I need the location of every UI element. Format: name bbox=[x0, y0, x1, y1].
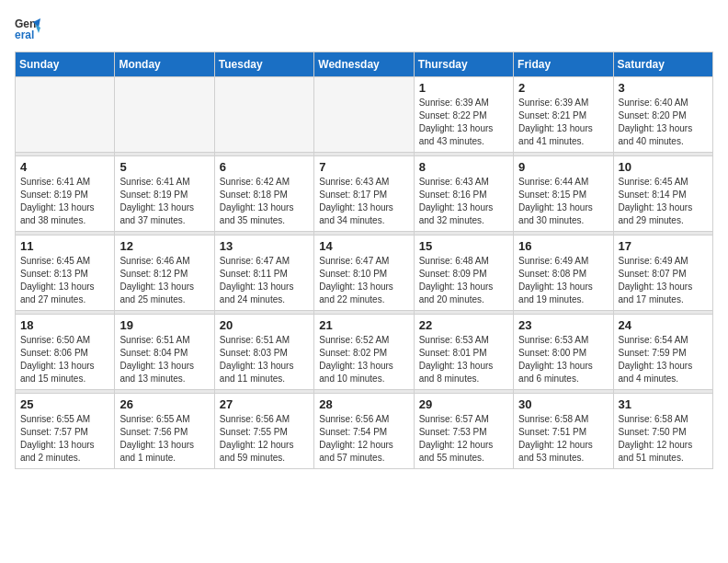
day-info: Sunrise: 6:41 AM Sunset: 8:19 PM Dayligh… bbox=[119, 176, 209, 227]
day-info: Sunrise: 6:51 AM Sunset: 8:04 PM Dayligh… bbox=[119, 334, 209, 385]
weekday-header-row: SundayMondayTuesdayWednesdayThursdayFrid… bbox=[16, 52, 713, 77]
day-cell: 19Sunrise: 6:51 AM Sunset: 8:04 PM Dayli… bbox=[115, 315, 214, 390]
day-cell bbox=[115, 77, 214, 153]
day-cell: 6Sunrise: 6:42 AM Sunset: 8:18 PM Daylig… bbox=[214, 156, 313, 232]
day-cell: 5Sunrise: 6:41 AM Sunset: 8:19 PM Daylig… bbox=[115, 156, 214, 232]
day-cell: 21Sunrise: 6:52 AM Sunset: 8:02 PM Dayli… bbox=[314, 315, 414, 390]
week-row-1: 1Sunrise: 6:39 AM Sunset: 8:22 PM Daylig… bbox=[16, 77, 713, 153]
day-info: Sunrise: 6:45 AM Sunset: 8:13 PM Dayligh… bbox=[20, 255, 109, 306]
day-number: 12 bbox=[119, 239, 209, 253]
day-cell: 3Sunrise: 6:40 AM Sunset: 8:20 PM Daylig… bbox=[613, 77, 712, 153]
day-cell: 29Sunrise: 6:57 AM Sunset: 7:53 PM Dayli… bbox=[414, 394, 513, 469]
day-info: Sunrise: 6:58 AM Sunset: 7:50 PM Dayligh… bbox=[619, 413, 708, 465]
day-info: Sunrise: 6:46 AM Sunset: 8:12 PM Dayligh… bbox=[119, 255, 209, 306]
day-cell: 18Sunrise: 6:50 AM Sunset: 8:06 PM Dayli… bbox=[16, 315, 115, 390]
day-cell: 22Sunrise: 6:53 AM Sunset: 8:01 PM Dayli… bbox=[414, 315, 513, 390]
day-number: 20 bbox=[220, 318, 309, 332]
day-info: Sunrise: 6:51 AM Sunset: 8:03 PM Dayligh… bbox=[220, 334, 309, 385]
day-info: Sunrise: 6:49 AM Sunset: 8:07 PM Dayligh… bbox=[619, 255, 708, 306]
day-cell: 7Sunrise: 6:43 AM Sunset: 8:17 PM Daylig… bbox=[314, 156, 414, 232]
day-info: Sunrise: 6:41 AM Sunset: 8:19 PM Dayligh… bbox=[20, 176, 109, 227]
day-number: 23 bbox=[518, 318, 608, 332]
day-number: 18 bbox=[20, 318, 109, 332]
day-number: 25 bbox=[20, 397, 109, 411]
day-info: Sunrise: 6:39 AM Sunset: 8:21 PM Dayligh… bbox=[518, 97, 608, 148]
day-cell: 14Sunrise: 6:47 AM Sunset: 8:10 PM Dayli… bbox=[314, 236, 414, 311]
day-cell: 4Sunrise: 6:41 AM Sunset: 8:19 PM Daylig… bbox=[16, 156, 115, 232]
day-cell: 24Sunrise: 6:54 AM Sunset: 7:59 PM Dayli… bbox=[613, 315, 712, 390]
day-cell: 12Sunrise: 6:46 AM Sunset: 8:12 PM Dayli… bbox=[115, 236, 214, 311]
day-cell: 9Sunrise: 6:44 AM Sunset: 8:15 PM Daylig… bbox=[514, 156, 613, 232]
day-number: 11 bbox=[20, 239, 109, 253]
weekday-header-monday: Monday bbox=[115, 52, 214, 77]
week-row-4: 18Sunrise: 6:50 AM Sunset: 8:06 PM Dayli… bbox=[16, 315, 713, 390]
day-cell: 27Sunrise: 6:56 AM Sunset: 7:55 PM Dayli… bbox=[214, 394, 313, 469]
day-cell: 10Sunrise: 6:45 AM Sunset: 8:14 PM Dayli… bbox=[613, 156, 712, 232]
day-info: Sunrise: 6:53 AM Sunset: 8:00 PM Dayligh… bbox=[518, 334, 608, 385]
day-cell: 30Sunrise: 6:58 AM Sunset: 7:51 PM Dayli… bbox=[514, 394, 613, 469]
day-cell: 23Sunrise: 6:53 AM Sunset: 8:00 PM Dayli… bbox=[514, 315, 613, 390]
day-cell: 2Sunrise: 6:39 AM Sunset: 8:21 PM Daylig… bbox=[514, 77, 613, 153]
day-number: 6 bbox=[220, 160, 309, 174]
day-info: Sunrise: 6:54 AM Sunset: 7:59 PM Dayligh… bbox=[619, 334, 708, 385]
weekday-header-wednesday: Wednesday bbox=[314, 52, 414, 77]
day-info: Sunrise: 6:57 AM Sunset: 7:53 PM Dayligh… bbox=[419, 413, 508, 465]
day-number: 1 bbox=[419, 81, 508, 95]
day-number: 4 bbox=[20, 160, 109, 174]
day-cell bbox=[314, 77, 414, 153]
day-cell: 17Sunrise: 6:49 AM Sunset: 8:07 PM Dayli… bbox=[613, 236, 712, 311]
day-cell: 26Sunrise: 6:55 AM Sunset: 7:56 PM Dayli… bbox=[115, 394, 214, 469]
day-number: 30 bbox=[518, 397, 608, 411]
day-cell: 20Sunrise: 6:51 AM Sunset: 8:03 PM Dayli… bbox=[214, 315, 313, 390]
weekday-header-friday: Friday bbox=[514, 52, 613, 77]
day-info: Sunrise: 6:49 AM Sunset: 8:08 PM Dayligh… bbox=[518, 255, 608, 306]
day-info: Sunrise: 6:40 AM Sunset: 8:20 PM Dayligh… bbox=[619, 97, 708, 148]
day-number: 21 bbox=[319, 318, 408, 332]
logo: Gen eral bbox=[15, 15, 44, 40]
day-cell: 16Sunrise: 6:49 AM Sunset: 8:08 PM Dayli… bbox=[514, 236, 613, 311]
day-info: Sunrise: 6:43 AM Sunset: 8:17 PM Dayligh… bbox=[319, 176, 408, 227]
week-row-5: 25Sunrise: 6:55 AM Sunset: 7:57 PM Dayli… bbox=[16, 394, 713, 469]
day-number: 2 bbox=[518, 81, 608, 95]
day-info: Sunrise: 6:50 AM Sunset: 8:06 PM Dayligh… bbox=[20, 334, 109, 385]
day-number: 14 bbox=[319, 239, 408, 253]
day-info: Sunrise: 6:48 AM Sunset: 8:09 PM Dayligh… bbox=[419, 255, 508, 306]
day-number: 8 bbox=[419, 160, 508, 174]
day-number: 15 bbox=[419, 239, 508, 253]
day-info: Sunrise: 6:47 AM Sunset: 8:11 PM Dayligh… bbox=[220, 255, 309, 306]
day-cell: 11Sunrise: 6:45 AM Sunset: 8:13 PM Dayli… bbox=[16, 236, 115, 311]
day-number: 27 bbox=[220, 397, 309, 411]
day-number: 9 bbox=[518, 160, 608, 174]
day-info: Sunrise: 6:55 AM Sunset: 7:56 PM Dayligh… bbox=[119, 413, 209, 465]
week-row-2: 4Sunrise: 6:41 AM Sunset: 8:19 PM Daylig… bbox=[16, 156, 713, 232]
weekday-header-sunday: Sunday bbox=[16, 52, 115, 77]
day-number: 7 bbox=[319, 160, 408, 174]
header: Gen eral bbox=[15, 15, 713, 40]
day-cell: 1Sunrise: 6:39 AM Sunset: 8:22 PM Daylig… bbox=[414, 77, 513, 153]
day-number: 26 bbox=[119, 397, 209, 411]
day-cell bbox=[214, 77, 313, 153]
day-cell: 25Sunrise: 6:55 AM Sunset: 7:57 PM Dayli… bbox=[16, 394, 115, 469]
logo-icon: Gen eral bbox=[15, 15, 40, 40]
day-number: 22 bbox=[419, 318, 508, 332]
day-number: 19 bbox=[119, 318, 209, 332]
day-info: Sunrise: 6:58 AM Sunset: 7:51 PM Dayligh… bbox=[518, 413, 608, 465]
day-cell: 13Sunrise: 6:47 AM Sunset: 8:11 PM Dayli… bbox=[214, 236, 313, 311]
day-cell: 8Sunrise: 6:43 AM Sunset: 8:16 PM Daylig… bbox=[414, 156, 513, 232]
day-info: Sunrise: 6:42 AM Sunset: 8:18 PM Dayligh… bbox=[220, 176, 309, 227]
day-info: Sunrise: 6:53 AM Sunset: 8:01 PM Dayligh… bbox=[419, 334, 508, 385]
week-row-3: 11Sunrise: 6:45 AM Sunset: 8:13 PM Dayli… bbox=[16, 236, 713, 311]
day-number: 16 bbox=[518, 239, 608, 253]
day-info: Sunrise: 6:52 AM Sunset: 8:02 PM Dayligh… bbox=[319, 334, 408, 385]
day-info: Sunrise: 6:55 AM Sunset: 7:57 PM Dayligh… bbox=[20, 413, 109, 465]
day-cell: 15Sunrise: 6:48 AM Sunset: 8:09 PM Dayli… bbox=[414, 236, 513, 311]
weekday-header-thursday: Thursday bbox=[414, 52, 513, 77]
calendar: SundayMondayTuesdayWednesdayThursdayFrid… bbox=[15, 52, 713, 469]
weekday-header-tuesday: Tuesday bbox=[214, 52, 313, 77]
day-number: 5 bbox=[119, 160, 209, 174]
day-info: Sunrise: 6:47 AM Sunset: 8:10 PM Dayligh… bbox=[319, 255, 408, 306]
day-info: Sunrise: 6:56 AM Sunset: 7:55 PM Dayligh… bbox=[220, 413, 309, 465]
day-info: Sunrise: 6:56 AM Sunset: 7:54 PM Dayligh… bbox=[319, 413, 408, 465]
weekday-header-saturday: Saturday bbox=[613, 52, 712, 77]
day-number: 10 bbox=[619, 160, 708, 174]
